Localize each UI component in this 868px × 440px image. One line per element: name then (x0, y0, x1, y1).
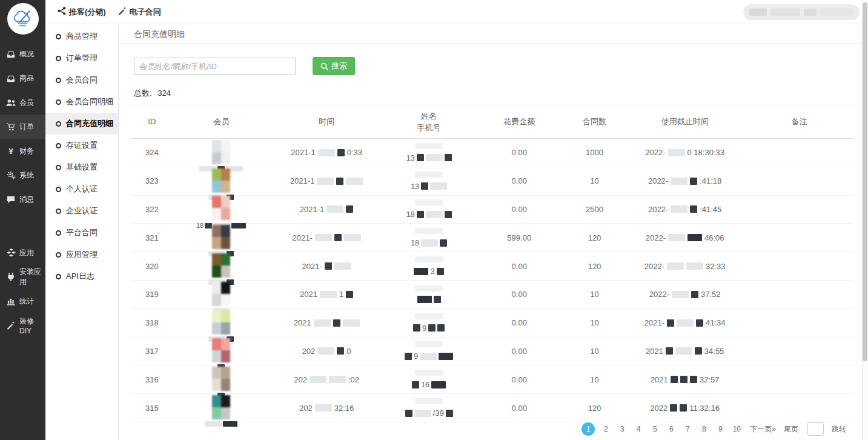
pagination-page[interactable]: 7 (682, 423, 693, 435)
app-logo[interactable] (7, 3, 39, 35)
sidebar-item-overview[interactable]: 概况 (0, 42, 45, 66)
pagination-page[interactable]: 6 (666, 423, 677, 435)
sidebar-item-install[interactable]: 安装应用 (0, 265, 45, 289)
avatar-fragment (221, 322, 230, 335)
cell-amount: 0.00 (474, 290, 565, 299)
redacted-block (315, 234, 332, 241)
cell-id: 323 (131, 176, 173, 185)
redacted-block (437, 268, 444, 275)
cell-text-fragment: 1 (339, 290, 343, 299)
name-redacted (415, 143, 443, 149)
cell-text-fragment: :41:18 (700, 176, 721, 185)
sidebar-item-message[interactable]: 消息 (0, 187, 45, 212)
circle-bullet-icon (56, 143, 61, 148)
submenu-item-5[interactable]: 存证设置 (45, 135, 118, 156)
cell-text-fragment: 37:52 (701, 290, 721, 299)
sidebar-item-orders[interactable]: 订单 (0, 115, 45, 139)
top-tab-e-contract[interactable]: 电子合同 (118, 7, 161, 18)
circle-bullet-icon (56, 34, 61, 39)
cell-text-fragment: 9 (422, 324, 426, 333)
avatar-fragment (221, 152, 230, 164)
redacted-block (414, 410, 431, 417)
sidebar-item-label: 消息 (19, 195, 34, 205)
top-tab-distribution[interactable]: 推客(分销) (58, 7, 106, 18)
cell-text-fragment: 2021- (644, 318, 664, 327)
pagination-page[interactable]: 10 (731, 423, 742, 435)
submenu-item-label: API日志 (66, 271, 94, 282)
cell-id: 321 (131, 233, 173, 242)
redacted-block (405, 353, 412, 360)
cell-time: 202:02 (270, 375, 384, 384)
pagination-page[interactable]: 2 (600, 423, 611, 435)
sidebar-item-finance[interactable]: ¥财务 (0, 139, 45, 163)
cell-text-fragment: 2022- (649, 290, 669, 299)
pagination-page[interactable]: 9 (715, 423, 726, 435)
sidebar-item-stats[interactable]: 统计 (0, 289, 45, 313)
sidebar-item-goods[interactable]: 商品 (0, 66, 45, 90)
redacted-block (329, 376, 346, 383)
pagination-current-page[interactable]: 1 (581, 422, 595, 436)
pagination-page[interactable]: 3 (617, 423, 628, 435)
circle-bullet-icon (56, 56, 61, 61)
submenu-item-2[interactable]: 会员合同 (45, 69, 118, 91)
submenu-item-label: 会员合同 (66, 75, 98, 85)
sidebar-item-apps[interactable]: 应用 (0, 241, 45, 265)
amount-value: 0.00 (512, 347, 527, 356)
pagination-page[interactable]: 8 (698, 423, 709, 435)
avatar-fragment (212, 379, 221, 391)
submenu-item-0[interactable]: 商品管理 (45, 25, 118, 47)
cell-text-fragment: 202 (302, 347, 316, 356)
avatar-fragment (212, 253, 221, 265)
phone-line: 9 (405, 352, 453, 361)
circle-bullet-icon (56, 274, 61, 279)
pagination-jump-input[interactable] (807, 422, 824, 436)
cell-text-fragment: 13 (411, 182, 419, 191)
cell-text-fragment: 2022- (645, 148, 665, 157)
user-menu-redacted[interactable] (743, 4, 860, 20)
member-avatar (212, 367, 230, 391)
message-icon (6, 196, 16, 204)
sidebar-item-system[interactable]: 系统 (0, 163, 45, 187)
member-avatar (212, 196, 230, 220)
redacted-block (413, 324, 420, 332)
submenu-item-6[interactable]: 基础设置 (45, 156, 118, 178)
submenu-item-10[interactable]: 应用管理 (45, 244, 118, 265)
submenu-item-1[interactable]: 订单管理 (45, 47, 118, 69)
cell-amount: 0.00 (474, 375, 565, 384)
cell-amount: 0.00 (474, 205, 565, 214)
phone-line: 9 (413, 324, 445, 333)
sidebar-item-label: 订单 (19, 122, 34, 132)
pagination-last-button[interactable]: 尾页 (784, 424, 798, 435)
search-input[interactable] (134, 58, 296, 75)
submenu-item-4[interactable]: 合同充值明细 (45, 113, 118, 135)
cell-text-fragment: 41:34 (706, 318, 726, 327)
cell-name-phone: 13 (384, 143, 474, 162)
avatar-fragment (212, 282, 221, 294)
submenu-item-9[interactable]: 平台合同 (45, 222, 118, 244)
cell-id: 317 (131, 347, 173, 356)
pagination-page[interactable]: 4 (633, 423, 644, 435)
page-scrollbar[interactable] (862, 0, 868, 440)
scrollbar-thumb[interactable] (863, 2, 867, 361)
redacted-block (334, 262, 351, 270)
pagination-next-button[interactable]: 下一页» (750, 424, 776, 435)
pagination-page[interactable]: 5 (649, 423, 660, 435)
redacted-block (749, 8, 767, 16)
member-avatar (212, 395, 230, 419)
search-row: 搜索 (134, 57, 863, 75)
sidebar-item-members[interactable]: 会员 (0, 90, 45, 115)
main-content: 合同充值明细 搜索 总数: 324 ID会员时间姓名 手机号花费金额合同数使用截… (119, 24, 863, 440)
column-header: 时间 (270, 116, 384, 128)
search-button[interactable]: 搜索 (313, 57, 355, 75)
cell-contracts: 10 (565, 375, 624, 384)
submenu-item-11[interactable]: API日志 (45, 265, 118, 287)
cell-text-fragment: 2021-1 (291, 148, 315, 157)
submenu-item-3[interactable]: 会员合同明细 (45, 91, 118, 113)
name-redacted (415, 313, 443, 319)
submenu-item-8[interactable]: 企业认证 (45, 200, 118, 222)
submenu-item-7[interactable]: 个人认证 (45, 178, 118, 200)
redacted-block (431, 381, 446, 388)
avatar-fragment (221, 407, 230, 419)
sidebar-item-diy[interactable]: 装修DIY (0, 313, 45, 338)
row-id: 320 (145, 262, 159, 271)
